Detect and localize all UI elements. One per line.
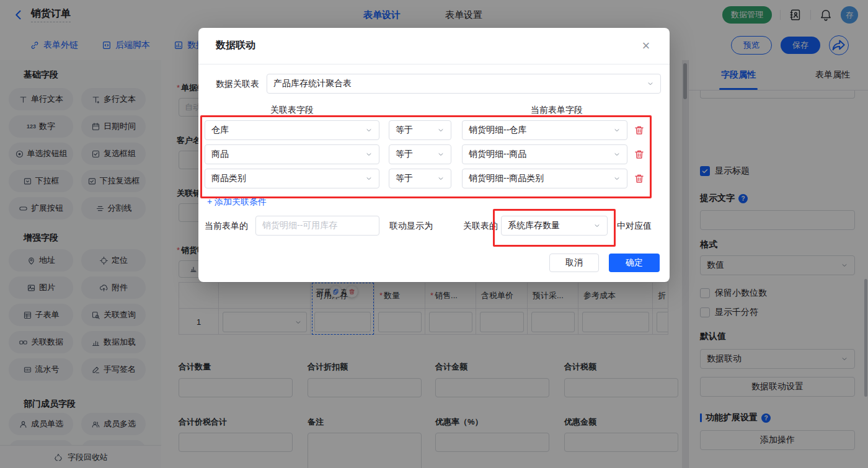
app-window: 销货订单 表单设计表单设置 数据管理 存 表单外链后端脚本数据权限 预览 保存 … — [0, 0, 868, 468]
chevron-down-icon — [365, 151, 373, 158]
column-header-left: 关联表字段 — [242, 105, 342, 116]
current-form-label: 当前表单的 — [205, 221, 248, 232]
cancel-button[interactable]: 取消 — [549, 254, 599, 272]
column-header-right: 当前表单字段 — [507, 105, 606, 116]
linked-table-label: 数据关联表 — [216, 79, 259, 90]
condition-operator-select[interactable]: 等于 — [389, 120, 451, 140]
condition-current-field-select[interactable]: 销货明细--仓库 — [462, 120, 627, 140]
condition-operator-select[interactable]: 等于 — [389, 144, 451, 164]
linked-table-select[interactable]: 产品库存统计聚合表 — [267, 74, 661, 94]
related-table-label: 关联表的 — [463, 221, 498, 232]
delete-condition-icon[interactable] — [634, 173, 645, 184]
chevron-down-icon — [365, 126, 373, 134]
chevron-down-icon — [365, 175, 373, 182]
related-field-value: 系统库存数量 — [508, 220, 560, 231]
target-field-placeholder: 销货明细--可用库存 — [262, 220, 337, 231]
condition-field-select[interactable]: 商品类别 — [205, 169, 379, 188]
modal-title: 数据联动 — [216, 39, 255, 52]
data-linkage-modal: 数据联动 × 数据关联表 产品库存统计聚合表 关联表字段 当前表单字段 仓库等于… — [198, 28, 670, 282]
condition-field-select[interactable]: 商品 — [205, 144, 379, 164]
confirm-button[interactable]: 确定 — [609, 254, 660, 272]
chevron-down-icon — [593, 222, 601, 229]
add-condition-link[interactable]: + 添加关联条件 — [207, 196, 267, 208]
close-icon[interactable]: × — [639, 38, 653, 53]
related-field-select[interactable]: 系统库存数量 — [501, 216, 608, 236]
linked-table-value: 产品库存统计聚合表 — [273, 78, 352, 89]
chevron-down-icon — [437, 175, 445, 182]
chevron-down-icon — [613, 126, 621, 134]
condition-operator-select[interactable]: 等于 — [389, 169, 451, 188]
chevron-down-icon — [647, 80, 654, 87]
chevron-down-icon — [437, 126, 445, 134]
target-field-input[interactable]: 销货明细--可用库存 — [255, 216, 379, 236]
suffix-label: 中对应值 — [617, 221, 652, 232]
chevron-down-icon — [613, 151, 621, 158]
chevron-down-icon — [437, 151, 445, 158]
condition-current-field-select[interactable]: 销货明细--商品 — [462, 144, 627, 164]
delete-condition-icon[interactable] — [634, 125, 645, 136]
condition-field-select[interactable]: 仓库 — [205, 120, 379, 140]
delete-condition-icon[interactable] — [634, 149, 645, 160]
display-as-label: 联动显示为 — [389, 221, 433, 232]
condition-current-field-select[interactable]: 销货明细--商品类别 — [462, 169, 627, 188]
divider — [198, 64, 670, 64]
chevron-down-icon — [613, 175, 621, 182]
